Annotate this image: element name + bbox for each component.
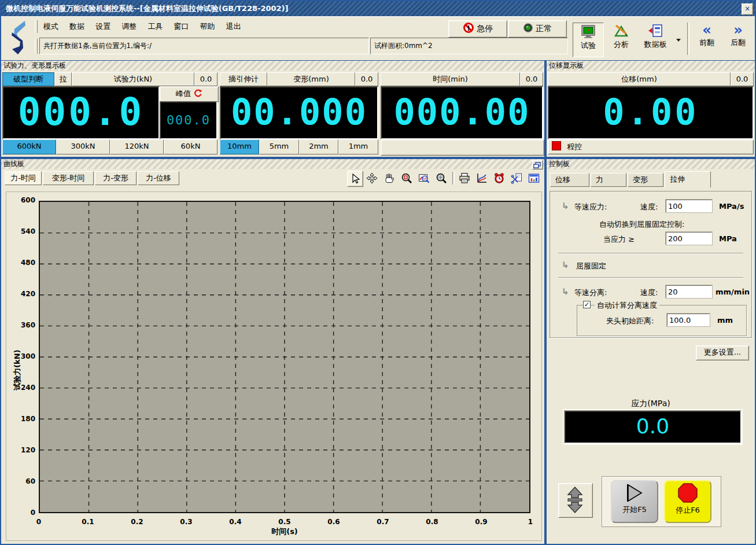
- zoom-box-tool-button[interactable]: [399, 171, 414, 186]
- y-tick-label: 360: [10, 321, 35, 329]
- range-120kn[interactable]: 120kN: [110, 139, 164, 154]
- jog-button[interactable]: [558, 483, 593, 518]
- tab-displacement[interactable]: 位移: [550, 173, 589, 187]
- menu-item-window[interactable]: 窗口: [169, 19, 193, 34]
- displacement-value: 0.00: [549, 87, 753, 137]
- analysis-button[interactable]: 分析: [607, 24, 635, 56]
- normal-status-button[interactable]: 正常: [508, 20, 567, 38]
- menu-item-help[interactable]: 帮助: [196, 19, 219, 34]
- x-tick-label: 0.8: [419, 518, 445, 526]
- start-button[interactable]: 开始F5: [611, 480, 658, 523]
- prev-page-button[interactable]: « 前翻: [693, 23, 721, 56]
- displacement-aux-value-cell: 0.0: [731, 72, 754, 86]
- tab-deform[interactable]: 变形: [628, 173, 663, 187]
- tab-force[interactable]: 力: [591, 173, 626, 187]
- menu-item-data[interactable]: 数据: [65, 19, 88, 34]
- grip-distance-input[interactable]: [667, 314, 710, 326]
- y-tick-label: 180: [10, 415, 35, 423]
- timer-button[interactable]: [492, 171, 507, 186]
- next-page-button[interactable]: » 后翻: [724, 23, 752, 56]
- menu-item-mode[interactable]: 模式: [39, 19, 62, 34]
- tab-force-time[interactable]: 力-时间: [5, 171, 42, 185]
- tab-deform-time[interactable]: 变形-时间: [43, 171, 94, 185]
- toolbar-area: 模式 数据 设置 调整 工具 窗口 帮助 退出 共打开数据1条,当前位置为1,编…: [1, 16, 755, 60]
- chart-area: 试验力(kN) 600540480420360300240180120600 0…: [6, 192, 542, 541]
- extensometer-label: 摘引伸计: [228, 75, 259, 83]
- displacement-aux-value: 0.0: [736, 75, 748, 83]
- print-button[interactable]: [457, 171, 472, 186]
- break-judge-indicator[interactable]: 破型判断: [2, 72, 54, 86]
- emergency-stop-button[interactable]: ! 急停: [448, 20, 507, 38]
- range-10mm[interactable]: 10mm: [220, 139, 259, 154]
- extensometer-cell[interactable]: 摘引伸计: [220, 72, 267, 86]
- range-300kn-label: 300kN: [71, 142, 95, 150]
- stop-button[interactable]: 停止F6: [664, 480, 711, 523]
- separation-rate-input[interactable]: [666, 285, 712, 298]
- clip-save-button[interactable]: [509, 171, 524, 186]
- deform-value: 00.000: [221, 87, 377, 137]
- menu-grip: [35, 20, 38, 33]
- time-value-display: 000.00: [381, 86, 543, 139]
- range-10mm-label: 10mm: [227, 142, 252, 150]
- cursor-icon: [349, 173, 361, 185]
- curve-panel-restore-button[interactable]: [532, 160, 543, 170]
- analysis-label: 分析: [607, 39, 635, 50]
- test-view-label: 试验: [573, 40, 603, 51]
- data-panel-button[interactable]: [526, 171, 541, 186]
- pan-tool-button[interactable]: [382, 171, 397, 186]
- printer-icon: [459, 172, 470, 184]
- test-view-button[interactable]: 试验: [573, 23, 604, 57]
- menu-item-tools[interactable]: 工具: [143, 19, 167, 34]
- menu-item-settings[interactable]: 设置: [91, 19, 115, 34]
- group-divider-2: [558, 277, 743, 278]
- zoom-curve-tool-button[interactable]: [416, 171, 432, 186]
- curve-compare-button[interactable]: [474, 171, 489, 186]
- tab-tension[interactable]: 拉伸: [665, 171, 711, 187]
- close-icon: ✕: [744, 5, 750, 13]
- tab-force-displacement[interactable]: 力-位移: [138, 171, 179, 185]
- y-tick-label: 480: [10, 259, 35, 267]
- time-aux-value: 0.0: [526, 75, 538, 83]
- tab-deform-time-label: 变形-时间: [52, 174, 85, 182]
- force-direction-cell: 拉: [54, 72, 72, 86]
- cursor-tool-button[interactable]: [347, 171, 363, 187]
- range-5mm[interactable]: 5mm: [259, 139, 299, 154]
- x-tick-label: 0.7: [370, 518, 396, 526]
- move-tool-button[interactable]: [364, 171, 379, 186]
- auto-calc-checkbox[interactable]: ✓: [583, 301, 591, 308]
- menu-item-exit[interactable]: 退出: [222, 19, 245, 34]
- chart-plot-area[interactable]: [39, 201, 530, 513]
- range-600kn[interactable]: 600kN: [2, 139, 56, 154]
- control-panel: 控制板 位移 力 变形 拉伸 ↳ 等速应力: 速度: MPa/s 自动切换到屈服…: [547, 159, 755, 544]
- yield-hold-label: 屈服固定: [576, 261, 606, 271]
- chart-y-axis-title: 试验力(kN): [12, 338, 21, 402]
- next-page-icon: »: [724, 23, 752, 38]
- range-300kn[interactable]: 300kN: [56, 139, 110, 154]
- displacement-display-panel: 位移显示板 位移(mm) 0.0 0.00 程控: [547, 61, 755, 157]
- switch-threshold-input[interactable]: [666, 232, 712, 245]
- more-settings-label: 更多设置...: [704, 348, 741, 356]
- range-1mm[interactable]: 1mm: [338, 139, 378, 154]
- restore-icon: [533, 162, 541, 168]
- stress-rate-input[interactable]: [666, 200, 712, 212]
- tab-force-deform[interactable]: 力-变形: [95, 171, 137, 185]
- range-60kn[interactable]: 60kN: [164, 139, 217, 154]
- more-settings-button[interactable]: 更多设置...: [696, 345, 749, 360]
- databoard-dropdown-button[interactable]: [676, 34, 681, 40]
- menu-item-adjust[interactable]: 调整: [117, 19, 141, 34]
- zoom-tool-button[interactable]: [434, 171, 449, 186]
- tab-deform-label: 变形: [633, 175, 648, 184]
- time-display-group: 时间(min) 0.0 000.00: [381, 72, 543, 156]
- peak-button[interactable]: 峰值: [160, 86, 219, 102]
- databoard-button[interactable]: 数据板: [637, 24, 673, 56]
- force-label-cell: 试验力(kN): [72, 72, 194, 86]
- force-display-group: 破型判断 拉 试验力(kN) 0.0 000.0 峰值 000.0 600kN …: [2, 72, 217, 156]
- window-title: 微机控制电液伺服万能试验机测控系统--[金属材料室温拉伸试验(GB/T228-2…: [6, 4, 288, 13]
- auto-calc-group: ✓ 自动计算分离速度 夹头初始距离: mm: [577, 305, 747, 336]
- close-button[interactable]: ✕: [742, 3, 753, 15]
- status-data-info: 共打开数据1条,当前位置为1,编号:/: [39, 38, 369, 54]
- range-2mm[interactable]: 2mm: [299, 139, 338, 154]
- time-aux-value-cell: 0.0: [520, 72, 543, 86]
- test-monitor-icon: [581, 25, 596, 39]
- time-label: 时间(min): [433, 75, 468, 83]
